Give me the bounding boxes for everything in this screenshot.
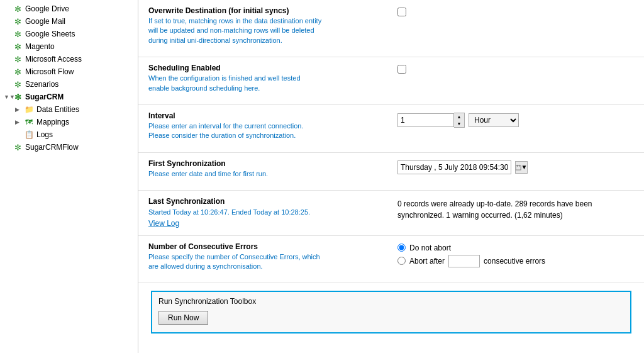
overwrite-checkbox[interactable] (397, 8, 406, 16)
interval-spinbox: 1 ▲ ▼ (397, 113, 465, 128)
first-sync-title: First Synchronization (148, 159, 387, 168)
last-sync-title: Last Synchronization (148, 197, 387, 206)
interval-increment[interactable]: ▲ (454, 113, 464, 120)
interval-decrement[interactable]: ▼ (454, 120, 464, 127)
sidebar-item-label: Magento (25, 42, 55, 51)
overwrite-desc: If set to true, matching rows in the dat… (148, 16, 387, 45)
radio-no-abort-label: Do not abort (409, 244, 451, 252)
last-sync-result: 0 records were already up-to-date. 289 r… (397, 198, 592, 221)
main-content: Overwrite Destination (for initial syncs… (138, 0, 644, 353)
sidebar-item-label: Szenarios (25, 80, 58, 89)
toolbox-title: Run Synchronization Toolbox (158, 297, 624, 306)
sidebar-item-label: SugarCRM (25, 92, 64, 101)
sidebar-item-label: Mappings (36, 118, 69, 126)
sidebar-item-label: Logs (36, 130, 53, 139)
consecutive-errors-section: Number of Consecutive Errors Please spec… (138, 236, 644, 284)
toolbox-section: Run Synchronization Toolbox Run Now (151, 291, 631, 333)
sidebar-item-label: Google Mail (25, 17, 65, 26)
scheduling-title: Scheduling Enabled (148, 64, 387, 72)
scheduling-section: Scheduling Enabled When the configuratio… (138, 57, 644, 105)
gear-icon: ✼ (13, 142, 23, 152)
consecutive-errors-desc: Please specify the number of Consecutive… (148, 252, 387, 272)
datetime-field: Thursday , 5 July 2018 09:54:30 (397, 160, 511, 174)
gear-icon: ✼ (13, 67, 23, 77)
calendar-icon (516, 164, 521, 171)
radio-abort[interactable] (397, 257, 406, 265)
folder-icon: 📁 (24, 104, 34, 115)
sidebar-item-label: Microsoft Access (25, 55, 82, 64)
radio-no-abort[interactable] (397, 244, 406, 252)
datetime-picker-button[interactable]: ▼ (515, 161, 528, 174)
last-sync-section: Last Synchronization Started Today at 10… (138, 191, 644, 236)
first-sync-desc: Please enter date and time for first run… (148, 169, 387, 179)
consecutive-errors-title: Number of Consecutive Errors (148, 242, 387, 251)
sidebar-item-label: Microsoft Flow (25, 67, 74, 76)
sidebar-item-label: Data Entities (36, 105, 79, 114)
svg-rect-0 (516, 165, 521, 169)
gear-icon: ✼ (13, 79, 23, 89)
sidebar-item-logs[interactable]: 📋 Logs (0, 128, 138, 141)
gear-icon: ✼ (13, 54, 23, 64)
sidebar-item-data-entities[interactable]: ▶ 📁 Data Entities (0, 103, 138, 116)
sidebar-item-microsoft-flow[interactable]: ✼ Microsoft Flow (0, 65, 138, 78)
interval-input[interactable]: 1 (397, 113, 454, 127)
interval-desc: Please enter an interval for the current… (148, 121, 387, 141)
view-log-link[interactable]: View Log (148, 219, 179, 228)
sidebar-item-label: SugarCRMFlow (25, 143, 79, 152)
overwrite-section: Overwrite Destination (for initial syncs… (138, 0, 644, 57)
sidebar-item-google-sheets[interactable]: ✼ Google Sheets (0, 28, 138, 40)
gear-icon: ✼ (13, 92, 23, 102)
sidebar: ✼ Google Drive ✼ Google Mail ✼ Google Sh… (0, 0, 138, 353)
sidebar-item-magento[interactable]: ✼ Magento (0, 40, 138, 53)
overwrite-title: Overwrite Destination (for initial syncs… (148, 6, 387, 15)
toolbox-wrapper: Run Synchronization Toolbox Run Now (138, 283, 644, 344)
datetime-value: Thursday , 5 July 2018 09:54:30 (401, 163, 508, 172)
scheduling-checkbox[interactable] (397, 65, 406, 74)
last-sync-started: Started Today at 10:26:47. Ended Today a… (148, 208, 310, 216)
scheduling-desc: When the configuration is finished and w… (148, 74, 387, 93)
sidebar-item-google-drive[interactable]: ✼ Google Drive (0, 3, 138, 15)
gear-icon: ✼ (13, 4, 23, 14)
sidebar-item-microsoft-access[interactable]: ✼ Microsoft Access (0, 53, 138, 65)
interval-section: Interval Please enter an interval for th… (138, 105, 644, 153)
sidebar-item-google-mail[interactable]: ✼ Google Mail (0, 15, 138, 28)
interval-unit-select[interactable]: Minute Hour Day Week (469, 113, 519, 127)
sidebar-item-label: Google Drive (25, 4, 69, 13)
interval-title: Interval (148, 111, 387, 120)
sidebar-item-label: Google Sheets (25, 30, 75, 38)
run-now-button[interactable]: Run Now (158, 311, 208, 325)
radio-abort-row: Abort after consecutive errors (397, 255, 545, 267)
gear-icon: ✼ (13, 29, 23, 39)
radio-no-abort-row: Do not abort (397, 244, 545, 252)
gear-icon: ✼ (13, 42, 23, 52)
map-icon: 🗺 (24, 117, 34, 127)
log-icon: 📋 (24, 130, 34, 140)
sidebar-item-mappings[interactable]: ▶ 🗺 Mappings (0, 116, 138, 128)
gear-icon: ✼ (13, 16, 23, 26)
sidebar-item-sugarcrm[interactable]: ▼ ✼ SugarCRM (0, 91, 138, 103)
abort-after-input[interactable] (448, 255, 480, 267)
abort-suffix-label: consecutive errors (484, 257, 545, 266)
consecutive-errors-radio-group: Do not abort Abort after consecutive err… (397, 244, 545, 267)
radio-abort-label: Abort after (409, 257, 445, 266)
sidebar-item-szenarios[interactable]: ✼ Szenarios (0, 78, 138, 91)
first-sync-section: First Synchronization Please enter date … (138, 153, 644, 191)
sidebar-item-sugarcrm-flow[interactable]: ✼ SugarCRMFlow (0, 141, 138, 154)
